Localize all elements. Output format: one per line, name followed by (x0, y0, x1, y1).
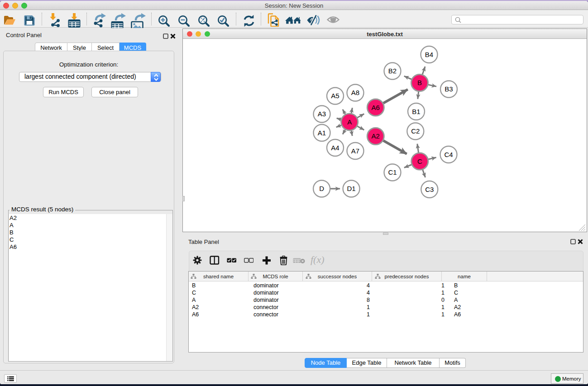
svg-text:D: D (319, 185, 324, 192)
svg-text:A6: A6 (372, 104, 380, 111)
svg-text:C4: C4 (444, 151, 453, 158)
svg-text:D1: D1 (347, 185, 356, 192)
svg-text:B: B (417, 79, 422, 86)
svg-text:C2: C2 (411, 127, 420, 135)
svg-text:C1: C1 (388, 168, 397, 176)
svg-text:A: A (347, 118, 352, 126)
svg-text:A8: A8 (351, 89, 359, 96)
svg-text:C3: C3 (425, 186, 434, 193)
svg-text:B3: B3 (445, 85, 453, 93)
svg-text:B1: B1 (412, 108, 420, 115)
svg-text:A7: A7 (351, 147, 359, 155)
svg-text:C: C (417, 157, 422, 165)
svg-text:A5: A5 (331, 92, 339, 100)
svg-text:A4: A4 (331, 144, 339, 152)
svg-text:B2: B2 (388, 67, 397, 75)
svg-text:B4: B4 (425, 51, 433, 58)
svg-text:A2: A2 (372, 132, 380, 140)
svg-text:A3: A3 (318, 110, 326, 118)
svg-text:A1: A1 (318, 129, 326, 137)
